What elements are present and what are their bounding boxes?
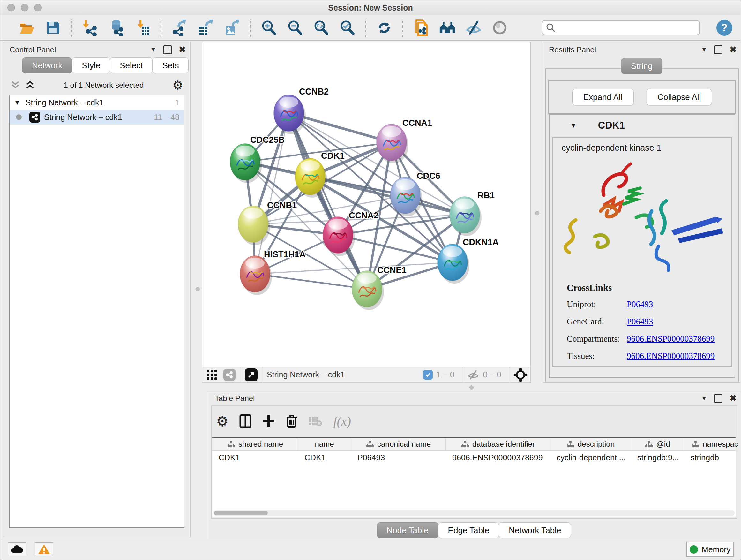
collapse-section-icon[interactable]: ▼ [570, 121, 577, 130]
network-status-dot [16, 114, 22, 120]
table-cell[interactable]: 9606.ENSP00000378699 [446, 453, 550, 462]
bottom-splitter-grip[interactable] [469, 385, 474, 389]
expand-all-button[interactable]: Expand All [572, 89, 634, 105]
cdk1-section-header[interactable]: ▼ CDK1 [549, 115, 735, 136]
tab-node-table[interactable]: Node Table [377, 522, 439, 538]
crosslink-link[interactable]: 9606.ENSP00000378699 [627, 334, 715, 344]
import-table-button[interactable] [134, 19, 151, 36]
table-cell[interactable]: cyclin-dependent ... [550, 453, 631, 462]
tab-edge-table[interactable]: Edge Table [438, 522, 499, 538]
add-column-icon[interactable] [262, 415, 275, 428]
panel-float-icon[interactable] [714, 45, 723, 54]
birdseye-grid-icon[interactable] [206, 369, 218, 381]
panel-menu-icon[interactable]: ▼ [701, 46, 707, 53]
table-cell[interactable]: CDK1 [298, 453, 351, 462]
left-splitter-grip[interactable] [196, 287, 200, 291]
share-document-button[interactable] [413, 19, 429, 36]
node-label-CDK1: CDK1 [321, 151, 345, 161]
cloud-icon [10, 545, 23, 554]
collapse-all-button[interactable]: Collapse All [647, 89, 712, 105]
network-node-RB1[interactable]: RB1 [450, 191, 495, 236]
import-database-button[interactable] [108, 19, 125, 36]
homes-button[interactable] [439, 19, 456, 36]
network-graph: CCNB2CCNA1CDC25BCDK1CDC6RB1CCNB1CCNA2CDK… [202, 42, 530, 367]
crosslink-label: Tissues: [567, 351, 627, 361]
scrollbar-thumb[interactable] [214, 511, 268, 515]
open-in-window-icon[interactable] [245, 368, 258, 381]
collapse-all-icon[interactable] [10, 80, 20, 90]
hide-show-button[interactable] [465, 19, 482, 36]
network-node-CCNB2[interactable]: CCNB2 [274, 87, 329, 134]
table-cell[interactable]: CDK1 [212, 453, 298, 462]
panel-float-icon[interactable] [714, 394, 723, 403]
string-panel-toggle-icon[interactable] [223, 369, 235, 381]
expander-icon[interactable]: ▼ [14, 99, 20, 106]
export-image-button[interactable] [223, 19, 240, 36]
network-node-CDC25B[interactable]: CDC25B [230, 135, 285, 183]
network-tree-group-row[interactable]: ▼ String Network – cdk1 1 [10, 95, 184, 110]
export-table-button[interactable] [197, 19, 214, 36]
export-network-button[interactable] [171, 19, 188, 36]
expand-all-icon[interactable] [25, 80, 35, 90]
zoom-selected-icon [339, 20, 355, 36]
table-cell[interactable]: stringdb:9... [631, 453, 684, 462]
panel-menu-icon[interactable]: ▼ [701, 395, 707, 402]
delete-column-trash-icon[interactable] [286, 414, 297, 428]
tab-string[interactable]: String [621, 58, 663, 74]
network-tree-item-row[interactable]: String Network – cdk1 11 48 [10, 110, 184, 125]
zoom-out-button[interactable] [286, 19, 303, 36]
toolbar-search[interactable] [542, 20, 700, 36]
column-header--id[interactable]: @id [631, 438, 684, 450]
zoom-selected-button[interactable] [339, 19, 355, 36]
table-cell[interactable]: stringdb [684, 453, 741, 462]
network-node-HIST1H1A[interactable]: HIST1H1A [240, 250, 306, 295]
tab-sets[interactable]: Sets [152, 57, 189, 73]
column-header-namespac[interactable]: namespac [684, 438, 741, 450]
tab-select[interactable]: Select [110, 57, 152, 73]
panel-close-icon[interactable]: ✖ [179, 45, 186, 55]
panel-float-icon[interactable] [163, 45, 172, 54]
network-node-CCNA1[interactable]: CCNA1 [377, 118, 432, 164]
tab-network-table[interactable]: Network Table [499, 522, 571, 538]
column-header-shared-name[interactable]: shared name [212, 438, 298, 450]
refresh-button[interactable] [376, 19, 393, 36]
panel-close-icon[interactable]: ✖ [730, 393, 737, 403]
table-settings-gear-icon[interactable]: ⚙ [216, 413, 228, 429]
warnings-button[interactable] [35, 542, 53, 556]
open-session-button[interactable] [18, 19, 35, 36]
gear-icon[interactable]: ⚙ [172, 80, 183, 90]
zoom-in-button[interactable] [260, 19, 277, 36]
column-header-name[interactable]: name [298, 438, 351, 450]
table-row[interactable]: CDK1CDK1P064939606.ENSP00000378699cyclin… [212, 451, 736, 464]
search-input[interactable] [559, 23, 695, 33]
table-cell[interactable]: P06493 [351, 453, 446, 462]
column-header-database-identifier[interactable]: database identifier [446, 438, 550, 450]
question-mark-icon: ? [721, 21, 728, 34]
cloud-status-button[interactable] [8, 542, 26, 556]
crosshair-icon[interactable] [514, 368, 527, 381]
network-node-CDC6[interactable]: CDC6 [390, 171, 441, 216]
network-node-CDKN1A[interactable]: CDKN1A [437, 238, 499, 284]
toolbar-separator [402, 19, 403, 37]
help-button[interactable]: ? [717, 20, 732, 36]
column-header-description[interactable]: description [550, 438, 631, 450]
crosslink-link[interactable]: P06493 [627, 317, 653, 327]
column-header-canonical-name[interactable]: canonical name [351, 438, 446, 450]
save-session-button[interactable] [45, 19, 61, 36]
network-canvas[interactable]: CCNB2CCNA1CDC25BCDK1CDC6RB1CCNB1CCNA2CDK… [202, 42, 531, 367]
crosslink-link[interactable]: 9606.ENSP00000378699 [627, 351, 715, 361]
title-bar: Session: New Session [0, 0, 741, 15]
panel-close-icon[interactable]: ✖ [730, 45, 737, 55]
sphere-view-button[interactable] [491, 19, 508, 36]
show-columns-icon[interactable] [239, 414, 252, 428]
panel-menu-icon[interactable]: ▼ [150, 46, 156, 53]
import-network-button[interactable] [82, 19, 98, 36]
selected-checkbox-icon[interactable] [423, 370, 433, 380]
tab-network[interactable]: Network [22, 57, 72, 73]
zoom-fit-button[interactable] [313, 19, 329, 36]
crosslink-link[interactable]: P06493 [627, 300, 653, 309]
memory-button[interactable]: Memory [686, 542, 734, 557]
right-splitter-grip[interactable] [535, 211, 539, 215]
horizontal-scrollbar[interactable] [213, 510, 735, 516]
tab-style[interactable]: Style [72, 57, 110, 73]
